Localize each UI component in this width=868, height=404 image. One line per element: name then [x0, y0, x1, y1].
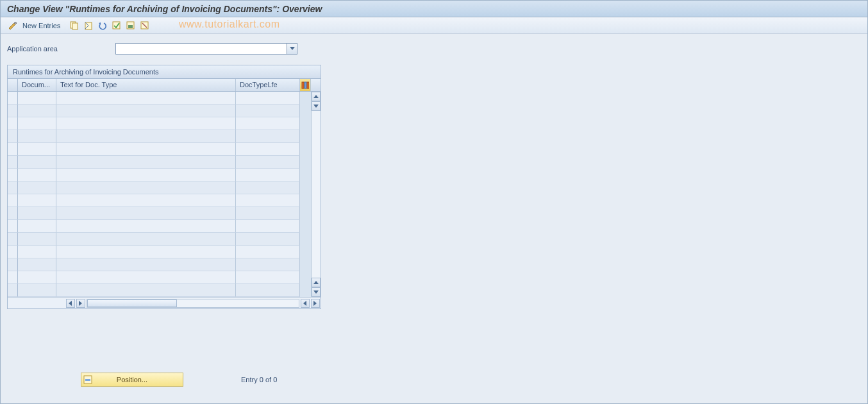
table-row[interactable]: [8, 194, 311, 207]
table-row[interactable]: [8, 92, 311, 105]
cell-doc-type-life[interactable]: [236, 233, 300, 246]
cell-document-type[interactable]: [18, 233, 56, 246]
cell-document-type[interactable]: [18, 169, 56, 181]
row-selector[interactable]: [8, 143, 18, 156]
cell-text-doc-type[interactable]: [56, 105, 236, 117]
cell-doc-type-life[interactable]: [236, 246, 300, 258]
cell-text-doc-type[interactable]: [56, 271, 236, 284]
table-row[interactable]: [8, 284, 311, 297]
scroll-up2-icon[interactable]: [312, 278, 321, 287]
cell-doc-type-life[interactable]: [236, 194, 300, 207]
cell-document-type[interactable]: [18, 220, 56, 233]
table-row[interactable]: [8, 207, 311, 220]
table-row[interactable]: [8, 233, 311, 246]
scroll-up-icon[interactable]: [312, 92, 321, 101]
toggle-display-change-icon[interactable]: [7, 20, 19, 31]
scroll-down-icon[interactable]: [312, 101, 321, 111]
cell-doc-type-life[interactable]: [236, 92, 300, 105]
row-selector[interactable]: [8, 156, 18, 169]
table-row[interactable]: [8, 105, 311, 117]
row-selector[interactable]: [8, 233, 18, 246]
cell-document-type[interactable]: [18, 246, 56, 258]
row-selector[interactable]: [8, 220, 18, 233]
cell-document-type[interactable]: [18, 271, 56, 284]
cell-text-doc-type[interactable]: [56, 284, 236, 297]
row-selector-header[interactable]: [8, 79, 18, 91]
table-row[interactable]: [8, 156, 311, 169]
row-selector[interactable]: [8, 194, 18, 207]
cell-document-type[interactable]: [18, 258, 56, 271]
scroll-down2-icon[interactable]: [312, 287, 321, 297]
undo-change-icon[interactable]: [96, 20, 108, 31]
row-selector[interactable]: [8, 181, 18, 194]
row-selector[interactable]: [8, 207, 18, 220]
table-row[interactable]: [8, 258, 311, 271]
cell-text-doc-type[interactable]: [56, 207, 236, 220]
cell-doc-type-life[interactable]: [236, 143, 300, 156]
table-configure-icon[interactable]: [300, 79, 311, 91]
dropdown-arrow-icon[interactable]: [287, 44, 297, 54]
cell-doc-type-life[interactable]: [236, 181, 300, 194]
cell-document-type[interactable]: [18, 284, 56, 297]
cell-document-type[interactable]: [18, 130, 56, 143]
cell-doc-type-life[interactable]: [236, 284, 300, 297]
row-selector[interactable]: [8, 117, 18, 130]
deselect-all-icon[interactable]: [138, 20, 150, 31]
select-all-icon[interactable]: [110, 20, 122, 31]
cell-document-type[interactable]: [18, 143, 56, 156]
cell-document-type[interactable]: [18, 181, 56, 194]
table-row[interactable]: [8, 271, 311, 284]
cell-text-doc-type[interactable]: [56, 220, 236, 233]
cell-text-doc-type[interactable]: [56, 169, 236, 181]
scroll-track[interactable]: [312, 111, 321, 278]
cell-text-doc-type[interactable]: [56, 258, 236, 271]
cell-document-type[interactable]: [18, 105, 56, 117]
hscroll-left-icon[interactable]: [66, 299, 75, 308]
table-row[interactable]: [8, 143, 311, 156]
table-row[interactable]: [8, 130, 311, 143]
table-row[interactable]: [8, 181, 311, 194]
cell-doc-type-life[interactable]: [236, 130, 300, 143]
copy-as-icon[interactable]: [68, 20, 79, 31]
cell-text-doc-type[interactable]: [56, 233, 236, 246]
cell-text-doc-type[interactable]: [56, 194, 236, 207]
cell-text-doc-type[interactable]: [56, 143, 236, 156]
cell-doc-type-life[interactable]: [236, 220, 300, 233]
position-button[interactable]: Position...: [81, 373, 183, 387]
hscroll-thumb[interactable]: [87, 299, 177, 307]
column-text-doc-type[interactable]: Text for Doc. Type: [56, 79, 236, 91]
table-row[interactable]: [8, 246, 311, 258]
row-selector[interactable]: [8, 105, 18, 117]
cell-doc-type-life[interactable]: [236, 207, 300, 220]
cell-doc-type-life[interactable]: [236, 117, 300, 130]
cell-document-type[interactable]: [18, 156, 56, 169]
hscroll-right-icon[interactable]: [76, 299, 85, 308]
hscroll-right2-icon[interactable]: [311, 299, 320, 308]
new-entries-button[interactable]: New Entries: [22, 22, 60, 29]
cell-document-type[interactable]: [18, 194, 56, 207]
cell-text-doc-type[interactable]: [56, 117, 236, 130]
cell-doc-type-life[interactable]: [236, 169, 300, 181]
row-selector[interactable]: [8, 258, 18, 271]
select-block-icon[interactable]: [124, 20, 136, 31]
application-area-dropdown[interactable]: [115, 43, 297, 55]
table-row[interactable]: [8, 117, 311, 130]
column-doc-type-life[interactable]: DocTypeLfe: [236, 79, 300, 91]
hscroll-left2-icon[interactable]: [301, 299, 310, 308]
table-row[interactable]: [8, 169, 311, 181]
cell-document-type[interactable]: [18, 207, 56, 220]
hscroll-track1[interactable]: [87, 299, 299, 308]
delete-icon[interactable]: [82, 20, 94, 31]
row-selector[interactable]: [8, 271, 18, 284]
vertical-scrollbar[interactable]: [311, 92, 321, 297]
row-selector[interactable]: [8, 246, 18, 258]
row-selector[interactable]: [8, 284, 18, 297]
row-selector[interactable]: [8, 169, 18, 181]
cell-doc-type-life[interactable]: [236, 271, 300, 284]
table-row[interactable]: [8, 220, 311, 233]
cell-doc-type-life[interactable]: [236, 105, 300, 117]
cell-text-doc-type[interactable]: [56, 246, 236, 258]
cell-document-type[interactable]: [18, 117, 56, 130]
cell-text-doc-type[interactable]: [56, 92, 236, 105]
row-selector[interactable]: [8, 92, 18, 105]
